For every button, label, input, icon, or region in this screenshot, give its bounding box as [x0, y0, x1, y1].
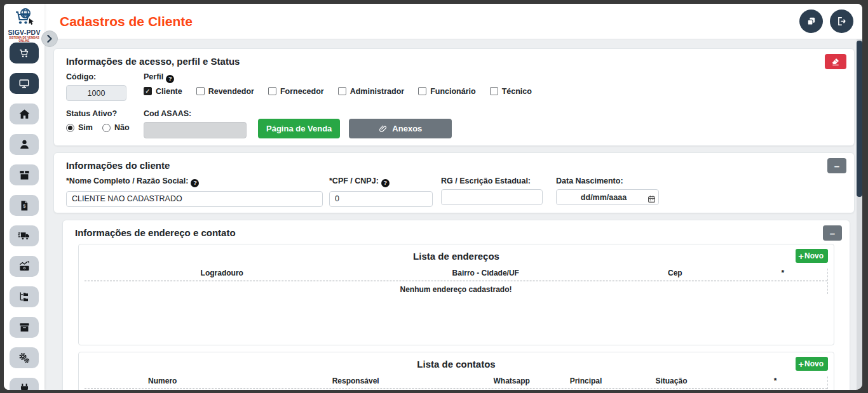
scrollbar-thumb[interactable]	[857, 41, 862, 197]
sidebar-item-sales-cart[interactable]	[10, 43, 39, 63]
cart-plus-icon	[18, 48, 30, 59]
sidebar-item-categories[interactable]	[10, 286, 39, 307]
box-icon	[18, 169, 31, 181]
sidebar-item-billing[interactable]: $	[10, 195, 39, 216]
radio-icon	[102, 124, 111, 132]
address-contact-title: Informações de endereço e contato	[63, 220, 850, 244]
clear-form-button[interactable]	[825, 54, 846, 69]
cpf-help-icon[interactable]	[381, 179, 390, 187]
clone-record-button[interactable]	[799, 10, 823, 33]
profile-checkbox-tecnico[interactable]: Técnico	[490, 87, 532, 96]
checkbox-icon	[196, 87, 205, 95]
sidebar: SIGV-PDV SISTEMA DE VENDAS ONLINE	[4, 4, 44, 390]
sidebar-item-products[interactable]	[10, 164, 39, 185]
plug-icon	[18, 382, 31, 390]
home-icon	[18, 108, 31, 120]
pagina-de-venda-button[interactable]: Página de Venda	[258, 119, 340, 138]
codigo-input[interactable]	[66, 85, 126, 101]
perfil-label: Perfil	[144, 72, 532, 83]
new-contact-button[interactable]: Novo	[796, 357, 828, 371]
topbar: Cadastros de Cliente	[44, 4, 862, 39]
paperclip-icon	[379, 124, 388, 133]
cod-asaas-label: Cod ASAAS:	[144, 109, 247, 118]
status-ativo-label: Status Ativo?	[66, 109, 144, 118]
new-address-button[interactable]: Novo	[796, 249, 828, 263]
status-radio-nao[interactable]: Não	[102, 123, 130, 132]
data-nascimento-input[interactable]	[556, 189, 659, 205]
rg-input[interactable]	[441, 189, 543, 205]
cpf-cnpj-input[interactable]	[329, 191, 433, 207]
client-section-title: Informações do cliente	[54, 153, 854, 177]
checkbox-icon	[418, 87, 426, 95]
main-area: Cadastros de Cliente	[44, 4, 862, 390]
address-contact-section: Informações de endereço e contato Lista …	[62, 220, 850, 390]
sidebar-item-pos-terminal[interactable]	[10, 73, 39, 94]
radio-icon	[66, 124, 74, 132]
address-contact-collapse-button[interactable]	[823, 225, 842, 241]
profile-checkbox-fornecedor[interactable]: Fornecedor	[268, 87, 324, 96]
anexos-button[interactable]: Anexos	[349, 119, 452, 138]
address-list-title: Lista de endereços	[85, 249, 828, 262]
nome-label: *Nome Completo / Razão Social:	[66, 177, 323, 187]
page-title: Cadastros de Cliente	[60, 14, 193, 29]
money-trend-up-icon	[18, 260, 31, 272]
sign-out-icon	[836, 16, 847, 27]
app-logo[interactable]: SIGV-PDV SISTEMA DE VENDAS ONLINE	[4, 4, 44, 43]
folder-tree-icon	[18, 291, 30, 303]
status-radio-sim[interactable]: Sim	[66, 123, 93, 132]
desktop-icon	[18, 78, 30, 90]
nome-input[interactable]	[66, 191, 323, 207]
invoice-dollar-icon: $	[18, 200, 30, 211]
status-radios: Sim Não	[66, 123, 144, 132]
address-table: Logradouro Bairro - Cidade/UF Cep * Nenh…	[85, 269, 828, 294]
access-section: Informações de acesso, perfil e Status C…	[53, 48, 855, 146]
logo-globe-cart-icon	[11, 7, 37, 27]
content: Informações de acesso, perfil e Status C…	[44, 39, 862, 390]
sidebar-item-home[interactable]	[10, 103, 39, 124]
checkbox-icon	[338, 87, 346, 95]
profile-checkbox-administrador[interactable]: Administrador	[338, 87, 404, 96]
archive-box-icon	[18, 321, 31, 333]
sidebar-item-shipping[interactable]	[10, 225, 39, 246]
data-nascimento-label: Data Nascimento:	[556, 177, 659, 185]
gears-icon	[18, 352, 31, 364]
checkbox-icon	[144, 87, 152, 95]
copy-icon	[806, 16, 817, 27]
topbar-actions	[799, 10, 853, 33]
logout-button[interactable]	[830, 10, 853, 33]
sidebar-item-stock[interactable]	[10, 317, 39, 338]
sidebar-item-clients[interactable]	[10, 134, 39, 155]
vertical-scrollbar[interactable]	[857, 39, 862, 390]
eraser-icon	[831, 57, 841, 67]
codigo-label: Código:	[66, 72, 144, 81]
logo-text: SIGV-PDV	[4, 29, 44, 36]
contact-list-title: Lista de contatos	[85, 357, 828, 370]
nome-help-icon[interactable]	[191, 179, 199, 187]
sidebar-item-settings[interactable]	[10, 347, 39, 368]
client-section-collapse-button[interactable]	[827, 158, 846, 173]
address-empty-message: Nenhum endereço cadastrado!	[85, 281, 827, 294]
contact-list-card: Lista de contatos Novo Numero Responsáve…	[78, 352, 834, 390]
user-icon	[18, 138, 31, 150]
profile-checkbox-cliente[interactable]: Cliente	[144, 87, 182, 96]
chevron-right-icon	[46, 35, 53, 43]
truck-fast-icon	[18, 230, 31, 243]
sidebar-item-more[interactable]	[10, 378, 39, 390]
cpf-cnpj-label: *CPF / CNPJ:	[329, 177, 433, 187]
profile-checkbox-funcionario[interactable]: Funcionário	[418, 87, 476, 96]
checkbox-icon	[490, 87, 498, 95]
sidebar-toggle-button[interactable]	[41, 30, 58, 47]
app-window: SIGV-PDV SISTEMA DE VENDAS ONLINE	[4, 4, 862, 390]
rg-label: RG / Escrição Estadual:	[441, 177, 543, 185]
profile-checkboxes: Cliente Revendedor Fornecedor	[144, 87, 532, 96]
cod-asaas-input[interactable]	[144, 122, 247, 138]
sidebar-item-finance[interactable]	[10, 256, 39, 277]
checkbox-icon	[268, 87, 276, 95]
contact-table-header: Numero Responsável Whatsapp Principal Si…	[85, 376, 827, 389]
access-section-title: Informações de acesso, perfil e Status	[54, 49, 854, 72]
address-table-header: Logradouro Bairro - Cidade/UF Cep *	[85, 269, 827, 281]
perfil-help-icon[interactable]	[166, 75, 174, 83]
client-section: Informações do cliente *Nome Completo / …	[53, 152, 855, 213]
address-list-card: Lista de endereços Novo Logradouro Bairr…	[78, 244, 834, 345]
profile-checkbox-revendedor[interactable]: Revendedor	[196, 87, 254, 96]
